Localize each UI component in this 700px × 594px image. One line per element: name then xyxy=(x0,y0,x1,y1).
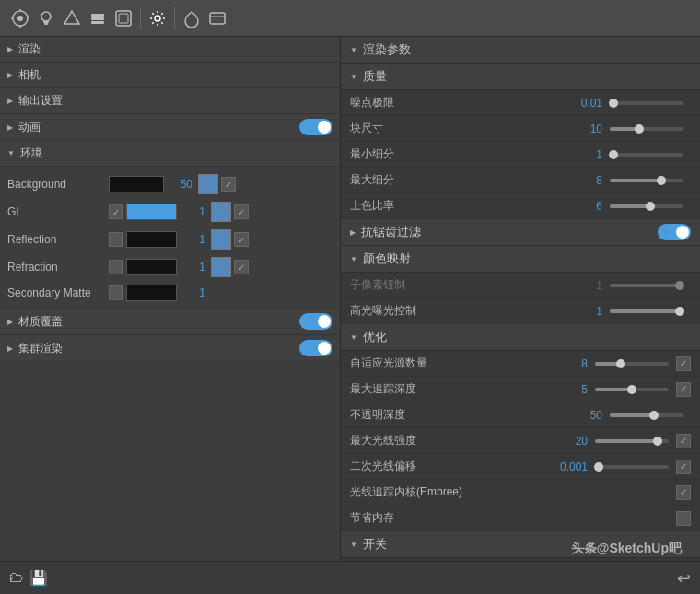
secondary-ray-bias-label: 二次光线偏移 xyxy=(350,459,555,474)
color-ratio-slider[interactable] xyxy=(610,204,683,208)
section-cluster-render-label: 集群渲染 xyxy=(18,341,63,356)
right-section-optimization[interactable]: 优化 xyxy=(341,324,700,351)
env-gi-label: GI xyxy=(7,205,109,218)
bottom-icons: 🗁 💾 xyxy=(9,569,48,587)
adaptive-lights-slider[interactable] xyxy=(595,362,669,366)
noise-limit-slider[interactable] xyxy=(610,101,683,105)
env-gi-check[interactable] xyxy=(109,204,123,219)
cluster-render-knob xyxy=(318,342,331,355)
env-reflection-check[interactable] xyxy=(109,232,123,247)
env-reflection-swatch[interactable] xyxy=(126,231,177,248)
right-row-min-subdivide: 最小细分 1 xyxy=(341,142,700,168)
right-section-antialiasing[interactable]: 抗锯齿过滤 xyxy=(341,219,700,246)
max-ray-intensity-label: 最大光线强度 xyxy=(350,433,555,448)
toolbar-icon-view[interactable] xyxy=(204,6,230,31)
adaptive-lights-label: 自适应光源数量 xyxy=(350,355,555,371)
right-row-highlight-exposure: 高光曝光控制 1 xyxy=(341,298,700,324)
right-section-quality-header[interactable]: 质量 xyxy=(341,64,700,90)
env-gi-swatch[interactable] xyxy=(126,204,177,220)
bottom-icon-folder[interactable]: 🗁 xyxy=(9,569,24,587)
arrow-cluster-render xyxy=(7,344,13,353)
toolbar-icon-mesh[interactable] xyxy=(59,6,85,31)
toolbar-divider-2 xyxy=(174,7,175,29)
env-reflection-checkbox2[interactable] xyxy=(234,232,249,247)
environment-content: Background 50 GI 1 Reflection 1 xyxy=(0,167,340,309)
section-material-overlay[interactable]: 材质覆盖 xyxy=(0,309,340,335)
animation-toggle[interactable] xyxy=(299,119,332,135)
max-ray-intensity-slider[interactable] xyxy=(595,439,669,443)
left-panel: 渲染 相机 输出设置 动画 环境 xyxy=(0,37,341,561)
toolbar-icon-layers[interactable] xyxy=(85,6,111,31)
antialiasing-toggle-knob xyxy=(676,226,689,239)
env-row-refraction: Refraction 1 xyxy=(0,253,340,281)
color-mapping-label: 颜色映射 xyxy=(363,250,411,267)
highlight-exposure-label: 高光曝光控制 xyxy=(350,303,570,319)
arrow-antialiasing xyxy=(350,228,356,237)
arrow-animation xyxy=(7,123,13,132)
save-memory-checkbox[interactable] xyxy=(676,511,691,526)
material-overlay-toggle[interactable] xyxy=(299,313,332,330)
section-environment[interactable]: 环境 xyxy=(0,141,340,167)
env-secondary-matte-swatch[interactable] xyxy=(126,285,177,301)
right-row-adaptive-lights: 自适应光源数量 8 xyxy=(341,351,700,377)
antialiasing-label: 抗锯齿过滤 xyxy=(361,224,421,240)
env-gi-checkbox2[interactable] xyxy=(234,204,249,219)
env-gi-value: 1 xyxy=(182,205,205,218)
min-subdivide-slider[interactable] xyxy=(610,153,683,157)
secondary-ray-bias-slider[interactable] xyxy=(595,465,669,469)
right-panel: 渲染参数 质量 噪点极限 0.01 块尺寸 10 最小细分 1 xyxy=(341,37,700,561)
toolbar-icon-light[interactable] xyxy=(33,6,59,31)
adaptive-lights-checkbox[interactable] xyxy=(676,356,691,371)
max-trace-depth-value: 5 xyxy=(555,383,588,396)
section-render[interactable]: 渲染 xyxy=(0,37,340,63)
right-row-color-ratio: 上色比率 6 xyxy=(341,193,700,219)
watermark: 头条@SketchUp吧 xyxy=(571,541,682,557)
right-row-subpixel: 子像素钮制 1 xyxy=(341,273,700,298)
right-section-color-mapping[interactable]: 颜色映射 xyxy=(341,246,700,273)
antialiasing-toggle[interactable] xyxy=(658,224,691,240)
section-output[interactable]: 输出设置 xyxy=(0,88,340,114)
section-cluster-render[interactable]: 集群渲染 xyxy=(0,335,340,362)
opacity-depth-slider[interactable] xyxy=(610,413,683,417)
embree-checkbox[interactable] xyxy=(676,485,691,500)
save-memory-label: 节省内存 xyxy=(350,510,676,526)
block-size-label: 块尺寸 xyxy=(350,121,570,136)
bottom-icon-reset[interactable]: ↩ xyxy=(677,568,691,588)
env-secondary-matte-check[interactable] xyxy=(109,285,123,300)
env-background-color-square[interactable] xyxy=(198,174,218,194)
right-row-secondary-ray-bias: 二次光线偏移 0.001 xyxy=(341,454,700,480)
env-gi-color-square[interactable] xyxy=(211,202,231,222)
color-ratio-label: 上色比率 xyxy=(350,198,570,214)
env-refraction-check[interactable] xyxy=(109,260,123,274)
section-camera[interactable]: 相机 xyxy=(0,63,340,88)
env-refraction-swatch[interactable] xyxy=(126,259,177,275)
block-size-slider[interactable] xyxy=(610,127,683,131)
highlight-exposure-slider[interactable] xyxy=(610,309,683,313)
section-material-overlay-label: 材质覆盖 xyxy=(18,314,63,330)
env-refraction-color-square[interactable] xyxy=(211,257,231,277)
block-size-value: 10 xyxy=(570,122,602,135)
max-trace-depth-slider[interactable] xyxy=(595,388,669,391)
toolbar-icon-frame[interactable] xyxy=(111,6,136,31)
cluster-render-toggle[interactable] xyxy=(299,340,332,356)
secondary-ray-bias-checkbox[interactable] xyxy=(676,460,691,474)
toolbar-icon-material[interactable] xyxy=(179,6,204,31)
env-background-checkbox[interactable] xyxy=(221,177,236,192)
env-background-swatch[interactable] xyxy=(109,176,164,192)
env-row-secondary-matte: Secondary Matte 1 xyxy=(0,281,340,305)
env-reflection-color-square[interactable] xyxy=(211,229,231,250)
max-trace-depth-checkbox[interactable] xyxy=(676,382,691,397)
section-animation[interactable]: 动画 xyxy=(0,114,340,141)
bottom-icon-save[interactable]: 💾 xyxy=(29,569,48,587)
max-ray-intensity-checkbox[interactable] xyxy=(676,434,691,448)
toolbar-icon-settings[interactable] xyxy=(145,6,170,31)
env-secondary-matte-value: 1 xyxy=(182,286,205,299)
env-refraction-checkbox2[interactable] xyxy=(234,260,249,274)
toolbar-icon-render[interactable] xyxy=(7,6,33,31)
min-subdivide-label: 最小细分 xyxy=(350,146,570,162)
max-subdivide-slider[interactable] xyxy=(610,179,683,182)
subpixel-slider[interactable] xyxy=(610,284,683,287)
optimization-label: 优化 xyxy=(363,329,387,345)
env-row-reflection: Reflection 1 xyxy=(0,226,340,253)
svg-rect-11 xyxy=(91,17,104,20)
